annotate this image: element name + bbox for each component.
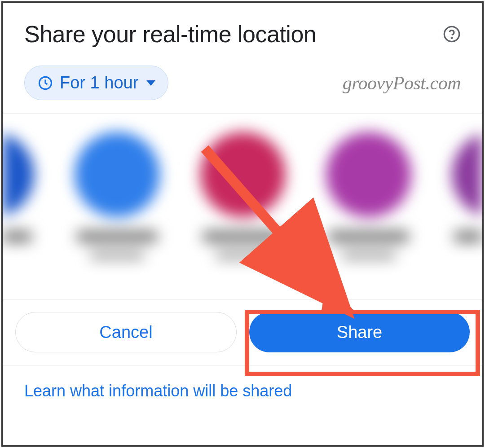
avatar	[452, 132, 482, 217]
contact-item[interactable]	[452, 132, 482, 242]
contact-name	[454, 231, 482, 242]
help-icon[interactable]	[443, 25, 461, 43]
contact-item[interactable]	[3, 132, 34, 242]
contact-name	[203, 231, 283, 242]
clock-icon	[37, 75, 53, 91]
contact-subtext	[90, 251, 144, 259]
contact-name	[3, 231, 32, 242]
contact-item[interactable]	[326, 132, 411, 259]
avatar	[3, 132, 34, 217]
svg-point-1	[451, 38, 452, 39]
learn-more-link[interactable]: Learn what information will be shared	[3, 365, 482, 417]
contact-item[interactable]	[75, 132, 160, 259]
contacts-carousel[interactable]	[3, 114, 482, 299]
contact-subtext	[342, 251, 396, 259]
contact-name	[328, 231, 409, 242]
contact-item[interactable]	[200, 132, 286, 259]
page-title: Share your real-time location	[24, 21, 316, 48]
avatar	[326, 132, 411, 217]
duration-label: For 1 hour	[60, 73, 138, 92]
chevron-down-icon	[146, 80, 155, 86]
share-button[interactable]: Share	[249, 312, 470, 352]
contact-name	[77, 231, 158, 242]
contact-subtext	[216, 251, 270, 259]
avatar	[200, 132, 286, 217]
cancel-button[interactable]: Cancel	[15, 312, 237, 352]
avatar	[75, 132, 160, 217]
watermark-text: groovyPost.com	[343, 72, 461, 94]
duration-selector[interactable]: For 1 hour	[24, 66, 168, 100]
